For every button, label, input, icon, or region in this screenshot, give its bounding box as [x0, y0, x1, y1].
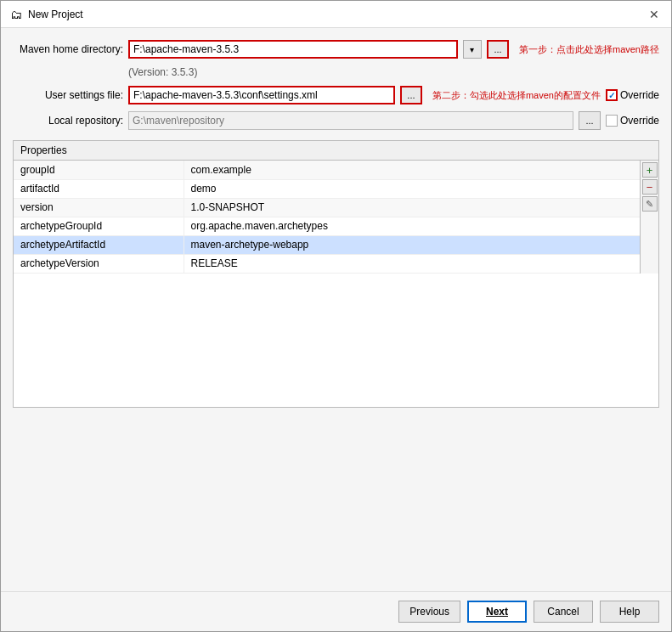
- local-repo-override-area: Override: [606, 115, 659, 127]
- next-label: Next: [486, 606, 508, 618]
- local-repo-label: Local repository:: [13, 115, 123, 127]
- dialog: 🗂 New Project ✕ Maven home directory: ▾ …: [0, 0, 672, 632]
- user-settings-override-checkbox[interactable]: [606, 89, 618, 101]
- user-settings-row: User settings file: ... 第二步：勾选此处选择maven的…: [13, 84, 659, 106]
- user-settings-label: User settings file:: [13, 89, 123, 101]
- maven-home-row: Maven home directory: ▾ ... 第一步：点击此处选择ma…: [13, 38, 659, 60]
- table-row[interactable]: archetypeArtifactIdmaven-archetype-webap…: [14, 235, 640, 254]
- maven-version-row: (Version: 3.5.3): [13, 64, 659, 81]
- properties-sidebar: + − ✎: [640, 161, 658, 274]
- property-name: artifactId: [14, 179, 184, 198]
- property-name: archetypeGroupId: [14, 217, 184, 235]
- content-spacer: [13, 411, 659, 581]
- local-repo-row: Local repository: ... Override: [13, 110, 659, 132]
- properties-table: groupIdcom.exampleartifactIddemoversion1…: [14, 161, 640, 274]
- properties-header: Properties: [14, 141, 658, 161]
- maven-version-text: (Version: 3.5.3): [128, 66, 197, 78]
- dialog-content: Maven home directory: ▾ ... 第一步：点击此处选择ma…: [1, 28, 671, 591]
- help-label: Help: [619, 606, 641, 618]
- footer: Previous Next Cancel Help: [1, 591, 671, 631]
- cancel-button[interactable]: Cancel: [534, 601, 593, 623]
- user-settings-annotation: 第二步：勾选此处选择maven的配置文件: [432, 89, 601, 102]
- maven-home-input[interactable]: [128, 40, 458, 59]
- edit-property-button[interactable]: ✎: [642, 196, 658, 212]
- property-name: archetypeVersion: [14, 254, 184, 273]
- table-row[interactable]: archetypeVersionRELEASE: [14, 254, 640, 273]
- next-button[interactable]: Next: [467, 601, 527, 623]
- local-repo-browse-button[interactable]: ...: [579, 111, 601, 130]
- remove-property-button[interactable]: −: [642, 179, 658, 195]
- local-repo-input[interactable]: [128, 111, 573, 130]
- properties-section: Properties groupIdcom.exampleartifactIdd…: [13, 140, 659, 408]
- help-button[interactable]: Help: [600, 601, 659, 623]
- properties-body: groupIdcom.exampleartifactIddemoversion1…: [14, 161, 658, 274]
- previous-label: Previous: [409, 606, 449, 618]
- title-bar: 🗂 New Project ✕: [1, 1, 671, 28]
- user-settings-override-label: Override: [620, 89, 659, 101]
- local-repo-override-checkbox[interactable]: [606, 115, 618, 127]
- property-name: groupId: [14, 161, 184, 179]
- maven-home-label: Maven home directory:: [13, 43, 123, 55]
- table-row[interactable]: archetypeGroupIdorg.apache.maven.archety…: [14, 217, 640, 235]
- table-row[interactable]: version1.0-SNAPSHOT: [14, 198, 640, 217]
- property-value: com.example: [184, 161, 640, 179]
- dialog-icon: 🗂: [9, 8, 23, 21]
- user-settings-input[interactable]: [128, 86, 395, 104]
- property-name: version: [14, 198, 184, 217]
- property-value: demo: [184, 179, 640, 198]
- local-repo-override-label: Override: [620, 115, 659, 127]
- property-name: archetypeArtifactId: [14, 235, 184, 254]
- add-property-button[interactable]: +: [642, 162, 658, 178]
- close-button[interactable]: ✕: [646, 6, 663, 23]
- table-row[interactable]: groupIdcom.example: [14, 161, 640, 179]
- user-settings-override-area: Override: [606, 89, 659, 101]
- title-bar-left: 🗂 New Project: [9, 8, 83, 21]
- previous-button[interactable]: Previous: [398, 601, 460, 623]
- property-value: org.apache.maven.archetypes: [184, 217, 640, 235]
- maven-home-dropdown-button[interactable]: ▾: [463, 40, 482, 59]
- property-value: 1.0-SNAPSHOT: [184, 198, 640, 217]
- maven-home-annotation: 第一步：点击此处选择maven路径: [519, 43, 659, 56]
- cancel-label: Cancel: [547, 606, 579, 618]
- dialog-title: New Project: [28, 8, 83, 20]
- property-value: RELEASE: [184, 254, 640, 273]
- table-row[interactable]: artifactIddemo: [14, 179, 640, 198]
- property-value: maven-archetype-webapp: [184, 235, 640, 254]
- maven-home-browse-button[interactable]: ...: [487, 40, 509, 59]
- user-settings-browse-button[interactable]: ...: [400, 86, 422, 104]
